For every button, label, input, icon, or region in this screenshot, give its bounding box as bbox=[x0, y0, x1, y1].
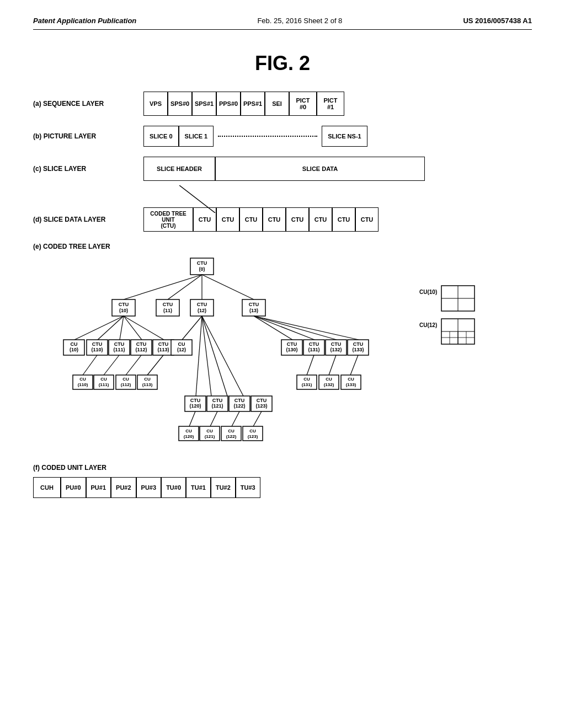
svg-text:(0): (0) bbox=[199, 266, 205, 272]
svg-text:(113): (113) bbox=[142, 382, 153, 387]
layer-a: (a) SEQUENCE LAYER VPS SPS#0 SPS#1 PPS#0… bbox=[33, 92, 532, 116]
svg-text:CU: CU bbox=[249, 429, 256, 433]
pic-slice0: SLICE 0 bbox=[143, 126, 179, 147]
svg-text:CTU: CTU bbox=[119, 302, 129, 307]
svg-text:(121): (121) bbox=[211, 403, 223, 409]
svg-text:(131): (131) bbox=[308, 347, 319, 352]
svg-line-4 bbox=[124, 275, 202, 299]
svg-text:CU: CU bbox=[303, 377, 310, 382]
svg-text:CTU: CTU bbox=[136, 341, 147, 347]
svg-text:CTU: CTU bbox=[158, 341, 169, 347]
layer-a-label: (a) SEQUENCE LAYER bbox=[33, 100, 143, 108]
layer-b: (b) PICTURE LAYER SLICE 0 SLICE 1 SLICE … bbox=[33, 126, 532, 147]
svg-text:CU: CU bbox=[79, 377, 86, 382]
svg-text:(123): (123) bbox=[248, 434, 258, 439]
svg-text:CU(10): CU(10) bbox=[419, 289, 437, 295]
svg-line-61 bbox=[202, 316, 211, 396]
slice-connector bbox=[143, 185, 532, 213]
svg-line-21 bbox=[98, 316, 124, 340]
svg-line-7 bbox=[202, 275, 254, 299]
svg-text:(133): (133) bbox=[352, 347, 364, 352]
svg-line-77 bbox=[210, 411, 217, 426]
svg-line-92 bbox=[254, 316, 292, 340]
svg-text:(113): (113) bbox=[157, 347, 169, 352]
svg-line-79 bbox=[253, 411, 262, 426]
svg-text:(111): (111) bbox=[113, 347, 125, 352]
svg-text:CTU: CTU bbox=[249, 302, 259, 307]
svg-text:CTU: CTU bbox=[92, 341, 103, 347]
header-right: US 2016/0057438 A1 bbox=[463, 17, 532, 25]
seq-sei: SEI bbox=[265, 92, 289, 116]
svg-text:(11): (11) bbox=[163, 308, 172, 313]
svg-line-62 bbox=[202, 316, 227, 396]
svg-text:CTU: CTU bbox=[197, 260, 207, 266]
svg-text:CTU: CTU bbox=[287, 341, 297, 347]
svg-text:(121): (121) bbox=[205, 434, 215, 439]
svg-text:CTU: CTU bbox=[190, 398, 201, 403]
svg-text:CU: CU bbox=[71, 341, 78, 347]
svg-line-41 bbox=[104, 355, 119, 375]
svg-text:CU: CU bbox=[185, 429, 192, 433]
svg-text:(110): (110) bbox=[91, 347, 103, 352]
svg-line-22 bbox=[120, 316, 124, 340]
svg-text:CTU: CTU bbox=[309, 341, 319, 347]
seq-pict0: PICT#0 bbox=[289, 92, 317, 116]
svg-line-63 bbox=[202, 316, 243, 396]
svg-text:(13): (13) bbox=[249, 308, 258, 313]
svg-text:CTU: CTU bbox=[331, 341, 342, 347]
seq-vps: VPS bbox=[143, 92, 168, 116]
svg-line-43 bbox=[147, 355, 163, 375]
seq-sps1: SPS#1 bbox=[192, 92, 216, 116]
svg-text:(130): (130) bbox=[286, 347, 297, 352]
svg-line-56 bbox=[182, 316, 202, 340]
seq-pict1: PICT#1 bbox=[317, 92, 344, 116]
header-center: Feb. 25, 2016 Sheet 2 of 8 bbox=[257, 17, 342, 25]
svg-text:(122): (122) bbox=[233, 403, 245, 409]
page-header: Patent Application Publication Feb. 25, … bbox=[33, 17, 532, 30]
figure-title: FIG. 2 bbox=[33, 52, 532, 75]
header-left: Patent Application Publication bbox=[33, 17, 136, 25]
svg-text:(120): (120) bbox=[184, 434, 194, 439]
svg-text:CTU: CTU bbox=[212, 398, 223, 403]
svg-text:(120): (120) bbox=[189, 403, 201, 409]
layer-d-label: (d) SLICE DATA LAYER bbox=[33, 216, 143, 223]
svg-text:CTU: CTU bbox=[353, 341, 364, 347]
layer-c-label: (c) SLICE LAYER bbox=[33, 165, 143, 173]
layer-b-label: (b) PICTURE LAYER bbox=[33, 132, 143, 140]
svg-line-108 bbox=[307, 355, 314, 375]
slice-header-box: SLICE HEADER bbox=[143, 157, 215, 181]
svg-text:CTU: CTU bbox=[197, 302, 207, 307]
slice-data-box: SLICE DATA bbox=[215, 157, 425, 181]
svg-text:(10): (10) bbox=[70, 347, 78, 352]
svg-line-110 bbox=[350, 355, 358, 375]
sequence-boxes: VPS SPS#0 SPS#1 PPS#0 PPS#1 SEI PICT#0 P… bbox=[143, 92, 344, 116]
svg-line-109 bbox=[329, 355, 336, 375]
svg-text:CU: CU bbox=[122, 377, 129, 382]
svg-text:CTU: CTU bbox=[163, 302, 173, 307]
svg-text:(123): (123) bbox=[255, 403, 267, 409]
svg-text:(132): (132) bbox=[324, 382, 334, 387]
dotted-separator bbox=[218, 136, 317, 137]
seq-pps0: PPS#0 bbox=[216, 92, 241, 116]
svg-text:(132): (132) bbox=[330, 347, 342, 352]
pic-slicens: SLICE NS-1 bbox=[322, 126, 367, 147]
svg-line-40 bbox=[83, 355, 97, 375]
svg-line-76 bbox=[189, 411, 195, 426]
svg-text:CU: CU bbox=[100, 377, 107, 382]
svg-line-42 bbox=[126, 355, 141, 375]
svg-line-94 bbox=[254, 316, 337, 340]
svg-line-20 bbox=[74, 316, 124, 340]
layer-c: (c) SLICE LAYER SLICE HEADER SLICE DATA bbox=[33, 157, 532, 181]
svg-text:(12): (12) bbox=[198, 308, 206, 313]
svg-text:(111): (111) bbox=[99, 382, 109, 387]
layer-e-header: (e) CODED TREE LAYER bbox=[33, 243, 532, 250]
svg-text:CTU: CTU bbox=[114, 341, 125, 347]
tree-diagram: CTU (0) CTU (10) CTU (11) CTU (12) CTU (… bbox=[33, 253, 563, 484]
svg-text:(112): (112) bbox=[121, 382, 131, 387]
picture-boxes: SLICE 0 SLICE 1 SLICE NS-1 bbox=[143, 126, 367, 147]
svg-text:(110): (110) bbox=[78, 382, 88, 387]
layer-e-label: (e) CODED TREE LAYER bbox=[33, 243, 143, 250]
svg-line-60 bbox=[196, 316, 202, 396]
svg-line-5 bbox=[168, 275, 202, 299]
svg-text:(12): (12) bbox=[177, 347, 186, 352]
